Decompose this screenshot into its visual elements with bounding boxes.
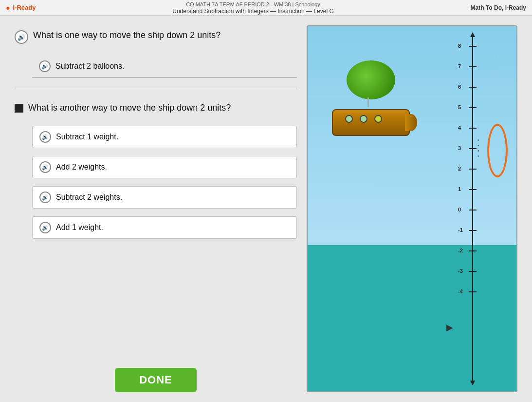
question-1-text: What is one way to move the ship down 2 … xyxy=(33,29,220,41)
option-2[interactable]: 🔊 Add 2 weights. xyxy=(32,156,297,178)
tick-5: 5 xyxy=(469,107,477,108)
question-1-speaker[interactable]: 🔊 xyxy=(15,30,28,44)
tick-1: 1 xyxy=(469,189,477,190)
tick-7: 7 xyxy=(469,66,477,67)
logo-text: i-Ready xyxy=(13,4,36,11)
top-bar: ● i-Ready CO MATH 7A TERM AF PERIOD 2 - … xyxy=(0,0,532,16)
orange-ellipse xyxy=(487,124,508,177)
label-5: 5 xyxy=(458,104,461,110)
balloon-stem xyxy=(367,97,369,107)
tick-8: 8 xyxy=(469,46,477,47)
tick-4: 4 xyxy=(469,128,477,129)
number-line-arrow-down xyxy=(470,381,475,385)
label-2: 2 xyxy=(458,166,461,172)
option-2-speaker[interactable]: 🔊 xyxy=(39,161,51,173)
answer-1-speaker[interactable]: 🔊 xyxy=(39,60,51,72)
done-button[interactable]: DONE xyxy=(115,368,197,392)
selected-indicator xyxy=(15,104,23,113)
label-4: 4 xyxy=(458,125,461,131)
option-3-speaker[interactable]: 🔊 xyxy=(39,191,51,203)
label-7: 7 xyxy=(458,63,461,69)
label-neg2: -2 xyxy=(458,248,463,253)
ship-window-2 xyxy=(360,115,367,123)
ship-nose xyxy=(405,114,417,131)
tick-3-dots: • • • • xyxy=(477,137,480,159)
label-0: 0 xyxy=(458,207,461,212)
left-panel: 🔊 What is one way to move the ship down … xyxy=(15,25,297,392)
tick-neg2: -2 xyxy=(469,250,477,251)
right-panel: 8 7 6 5 4 3 • • • • 2 1 xyxy=(307,25,517,392)
tick-0: 0 xyxy=(469,210,477,211)
logo-icon: ● xyxy=(6,4,10,12)
option-4-text: Add 1 weight. xyxy=(56,223,103,232)
label-neg4: -4 xyxy=(458,288,463,294)
option-1[interactable]: 🔊 Subtract 1 weight. xyxy=(32,126,297,148)
number-line-arrow-up xyxy=(470,32,475,37)
top-bar-right: Math To Do, i-Ready xyxy=(471,4,526,11)
balloon xyxy=(347,60,395,99)
label-1: 1 xyxy=(458,186,461,192)
question-2-text: What is another way to move the ship dow… xyxy=(28,102,231,114)
label-neg3: -3 xyxy=(458,268,463,274)
question-1-answer: 🔊 Subtract 2 balloons. xyxy=(32,56,297,78)
question-2-block: What is another way to move the ship dow… xyxy=(15,98,297,118)
done-button-container: DONE xyxy=(15,353,297,392)
option-4[interactable]: 🔊 Add 1 weight. xyxy=(32,216,297,239)
ship-window-1 xyxy=(345,115,353,123)
option-3-text: Subtract 2 weights. xyxy=(56,193,122,202)
label-6: 6 xyxy=(458,84,461,90)
label-8: 8 xyxy=(458,43,461,49)
label-neg1: -1 xyxy=(458,227,463,233)
option-4-speaker[interactable]: 🔊 xyxy=(39,222,51,233)
option-1-text: Subtract 1 weight. xyxy=(56,133,118,141)
answer-1-text: Subtract 2 balloons. xyxy=(55,62,124,71)
number-line-axis xyxy=(472,36,473,382)
option-3[interactable]: 🔊 Subtract 2 weights. xyxy=(32,186,297,209)
tick-neg4: -4 xyxy=(469,291,477,292)
ship-window-3 xyxy=(374,115,382,123)
label-3: 3 xyxy=(458,145,461,151)
ship-body xyxy=(332,109,410,136)
cursor-indicator: ▶ xyxy=(446,322,453,333)
option-1-speaker[interactable]: 🔊 xyxy=(39,131,51,143)
tick-neg1: -1 xyxy=(469,230,477,231)
question-1-block: 🔊 What is one way to move the ship down … xyxy=(15,25,297,48)
logo-area: ● i-Ready xyxy=(6,4,36,12)
number-line: 8 7 6 5 4 3 • • • • 2 1 xyxy=(458,36,487,382)
tick-neg3: -3 xyxy=(469,271,477,272)
main-content: 🔊 What is one way to move the ship down … xyxy=(0,16,532,402)
tick-6: 6 xyxy=(469,87,477,88)
option-2-text: Add 2 weights. xyxy=(56,163,107,172)
ship-area xyxy=(317,56,424,143)
tick-2: 2 xyxy=(469,169,477,170)
divider xyxy=(15,88,297,88)
lesson-title: CO MATH 7A TERM AF PERIOD 2 - WM 38 | Sc… xyxy=(36,1,470,15)
tick-3: 3 • • • • xyxy=(469,148,477,149)
